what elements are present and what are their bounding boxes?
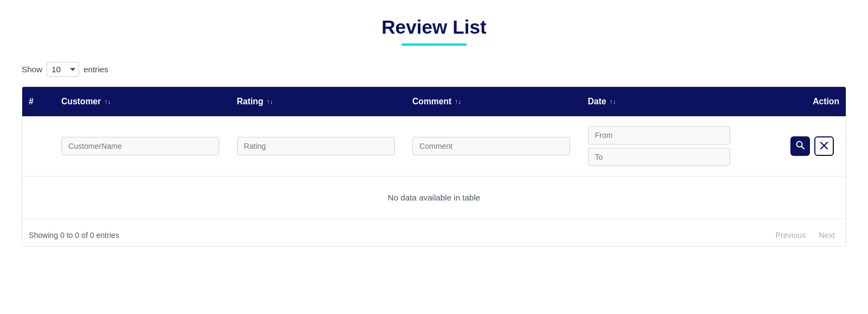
date-from-input[interactable] [588,126,730,145]
search-icon [796,141,805,152]
no-data-message: No data available in table [388,193,481,202]
no-data-row: No data available in table [22,177,846,219]
col-header-comment[interactable]: Comment ↑↓ [412,97,588,106]
sort-icon-date: ↑↓ [609,98,616,105]
sort-icon-rating: ↑↓ [266,98,273,105]
table-header: # Customer ↑↓ Rating ↑↓ Comment ↑↓ Date … [22,87,846,116]
entries-label: entries [84,65,108,74]
page-title: Review List [22,16,846,38]
date-filter-group [588,126,746,166]
previous-button[interactable]: Previous [771,229,810,242]
table-container: # Customer ↑↓ Rating ↑↓ Comment ↑↓ Date … [22,86,846,247]
table-footer: Showing 0 to 0 of 0 entries Previous Nex… [22,219,846,246]
col-header-num: # [29,97,61,106]
showing-text: Showing 0 to 0 of 0 entries [29,231,119,240]
next-button[interactable]: Next [814,229,839,242]
pagination: Previous Next [771,229,839,242]
title-underline [401,43,467,46]
col-header-rating[interactable]: Rating ↑↓ [237,97,413,106]
comment-filter-input[interactable] [412,137,570,155]
filter-customer-cell [61,137,237,155]
page-header: Review List [22,16,846,56]
close-icon [820,141,828,152]
col-header-date[interactable]: Date ↑↓ [588,97,764,106]
filter-date-cell [588,126,764,166]
filter-row [22,116,846,177]
sort-icon-customer: ↑↓ [104,98,111,105]
customer-filter-input[interactable] [61,137,219,155]
search-button[interactable] [790,136,810,156]
col-header-customer[interactable]: Customer ↑↓ [61,97,237,106]
filter-rating-cell [237,137,413,155]
entries-select[interactable]: 10 25 50 100 [47,62,79,77]
page-wrapper: Review List Show 10 25 50 100 entries # … [0,0,868,314]
clear-button[interactable] [814,136,834,156]
col-header-action: Action [763,97,839,106]
filter-comment-cell [412,137,588,155]
controls-row: Show 10 25 50 100 entries [22,62,846,77]
svg-line-1 [802,147,805,149]
sort-icon-comment: ↑↓ [455,98,461,105]
rating-filter-input[interactable] [237,137,395,155]
action-buttons-cell [763,136,839,156]
date-to-input[interactable] [588,148,730,166]
show-label: Show [22,65,42,74]
